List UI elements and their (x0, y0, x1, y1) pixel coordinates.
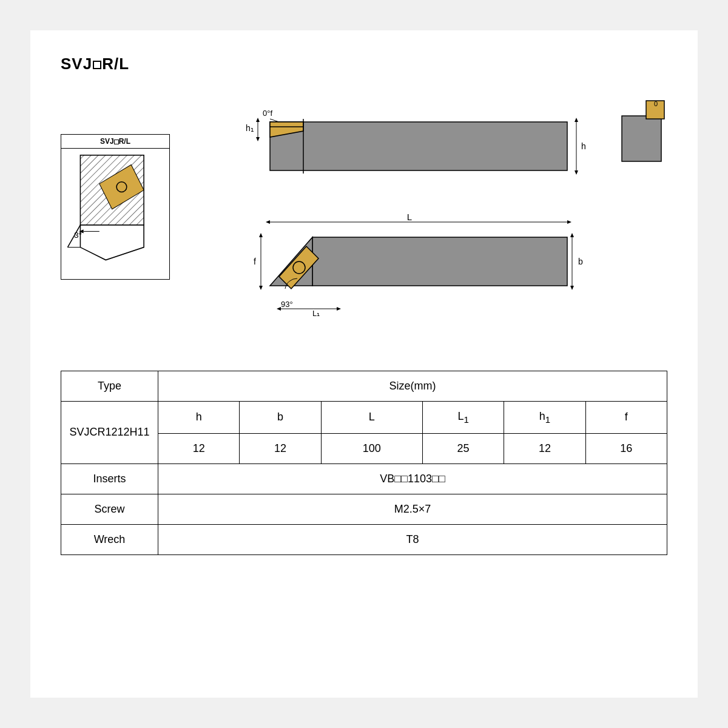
svg-marker-4 (80, 225, 144, 260)
left-diagram-label: SVJR/L (61, 135, 169, 149)
val-h1: 12 (504, 433, 585, 463)
title-box-icon (93, 61, 101, 69)
val-L: 100 (321, 433, 422, 463)
type-header: Type (61, 371, 158, 402)
val-h: 12 (158, 433, 240, 463)
svg-marker-19 (575, 118, 578, 122)
left-diagram: SVJR/L 3° (61, 134, 170, 280)
col-b-header: b (240, 402, 321, 434)
spec-table: Type Size(mm) SVJCR1212H11 h b L L1 h1 f… (61, 371, 667, 555)
inserts-label: Inserts (61, 463, 158, 494)
svg-text:f: f (254, 257, 256, 266)
page-title: SVJR/L (61, 55, 667, 73)
svg-text:b: b (578, 257, 583, 266)
left-box-icon (114, 140, 119, 144)
svg-text:93°: 93° (281, 300, 293, 309)
wrech-row: Wrech T8 (61, 524, 667, 554)
svg-text:h: h (581, 141, 586, 151)
svg-marker-33 (570, 233, 574, 237)
svg-marker-25 (266, 220, 270, 224)
svg-marker-16 (256, 137, 260, 141)
svg-rect-10 (270, 122, 567, 170)
wrech-label: Wrech (61, 524, 158, 554)
svg-marker-15 (256, 118, 260, 122)
sub-header-row: SVJCR1212H11 h b L L1 h1 f (61, 402, 667, 434)
svg-marker-26 (567, 220, 571, 224)
type-value-cell: SVJCR1212H11 (61, 402, 158, 464)
diagram-area: SVJR/L 3° (61, 86, 667, 340)
header-row: Type Size(mm) (61, 371, 667, 402)
svg-marker-34 (570, 286, 574, 290)
svg-text:h₁: h₁ (246, 123, 254, 133)
svg-marker-12 (270, 122, 303, 127)
left-diagram-svg: 3° (61, 149, 169, 276)
bottom-view-svg: L b f 93° (191, 213, 604, 334)
svg-marker-37 (259, 233, 263, 237)
col-h-header: h (158, 402, 240, 434)
right-diagrams: h₁ h 0°f L (188, 86, 607, 334)
size-header: Size(mm) (158, 371, 667, 402)
page: SVJR/L SVJR/L (30, 30, 698, 698)
screw-label: Screw (61, 494, 158, 524)
screw-value: M2.5×7 (158, 494, 667, 524)
col-f-header: f (585, 402, 667, 434)
col-L-header: L (321, 402, 422, 434)
title-prefix: SVJ (61, 55, 92, 73)
svg-marker-38 (259, 286, 263, 290)
col-L1-header: L1 (422, 402, 504, 434)
svg-rect-28 (312, 237, 567, 286)
svg-text:L₁: L₁ (312, 309, 320, 318)
val-L1: 25 (422, 433, 504, 463)
far-right-diagram-svg: 0 (619, 98, 667, 170)
svg-marker-44 (337, 307, 341, 311)
svg-marker-43 (277, 307, 281, 311)
svg-text:L: L (407, 213, 412, 222)
top-view-svg: h₁ h 0°f (191, 86, 604, 195)
svg-text:0°f: 0°f (263, 109, 272, 118)
svg-marker-20 (575, 170, 578, 175)
col-h1-header: h1 (504, 402, 585, 434)
svg-rect-45 (622, 116, 661, 161)
screw-row: Screw M2.5×7 (61, 494, 667, 524)
val-b: 12 (240, 433, 321, 463)
svg-text:0: 0 (654, 100, 658, 107)
inserts-value: VB□□1103□□ (158, 463, 667, 494)
title-suffix: R/L (102, 55, 129, 73)
inserts-row: Inserts VB□□1103□□ (61, 463, 667, 494)
val-f: 16 (585, 433, 667, 463)
wrech-value: T8 (158, 524, 667, 554)
